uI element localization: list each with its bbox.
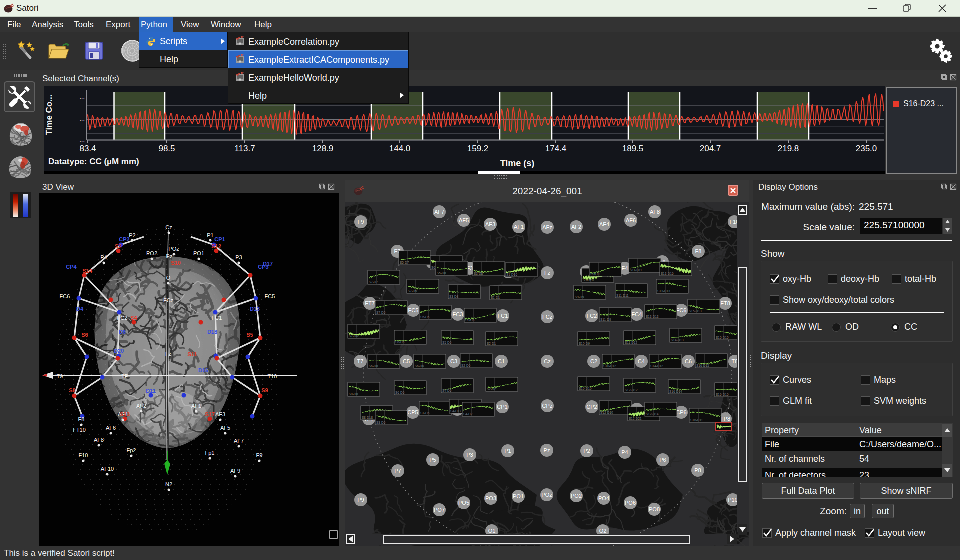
svg-text:235.0: 235.0 (856, 144, 878, 154)
svg-text:PO1: PO1 (513, 494, 524, 500)
svg-text:CP5: CP5 (408, 410, 418, 416)
svg-text:S6-D5: S6-D5 (396, 340, 405, 344)
svg-text:P8: P8 (694, 468, 701, 474)
svg-text:CP2: CP2 (119, 236, 130, 242)
svg-text:F8: F8 (696, 248, 702, 254)
svg-text:128.9: 128.9 (312, 144, 334, 154)
svg-text:S5-D7: S5-D7 (400, 261, 410, 264)
svg-text:FC6: FC6 (60, 294, 70, 300)
svg-text:S2-D6: S2-D6 (462, 364, 471, 368)
svg-text:98.5: 98.5 (158, 144, 175, 154)
svg-text:D6: D6 (119, 329, 126, 335)
svg-text:S13: S13 (120, 412, 130, 418)
svg-text:P2: P2 (129, 232, 136, 238)
svg-text:159.2: 159.2 (468, 144, 489, 154)
svg-text:AF1: AF1 (192, 403, 202, 409)
svg-text:PO5: PO5 (458, 500, 470, 506)
svg-text:T9: T9 (57, 374, 64, 380)
svg-text:AF7: AF7 (234, 438, 244, 444)
svg-text:CP6: CP6 (676, 410, 686, 416)
svg-text:S12-D10: S12-D10 (600, 411, 614, 414)
svg-text:S2: S2 (115, 244, 122, 250)
svg-text:Fp2: Fp2 (127, 448, 136, 454)
svg-text:D20: D20 (114, 348, 124, 354)
svg-text:S5-D5: S5-D5 (420, 316, 430, 319)
svg-text:FC5: FC5 (265, 294, 276, 300)
svg-text:FC3: FC3 (453, 312, 464, 318)
svg-text:FC5: FC5 (408, 308, 419, 314)
svg-text:D18: D18 (208, 329, 218, 335)
svg-text:PO6: PO6 (625, 500, 636, 506)
svg-text:C5: C5 (403, 358, 410, 364)
svg-text:219.8: 219.8 (778, 144, 800, 154)
svg-text:Cz: Cz (166, 224, 172, 230)
svg-text:F10: F10 (79, 452, 88, 458)
svg-text:FC6: FC6 (676, 308, 687, 314)
svg-text:CP2: CP2 (586, 404, 597, 410)
svg-text:Pz: Pz (544, 448, 550, 454)
svg-text:FT7: FT7 (365, 300, 375, 306)
svg-text:C4: C4 (638, 358, 645, 364)
svg-text:FT8: FT8 (720, 300, 730, 306)
svg-text:PO3: PO3 (486, 496, 496, 502)
svg-text:...: ... (80, 93, 85, 100)
svg-text:204.7: 204.7 (700, 144, 722, 154)
svg-text:S6-D6: S6-D6 (396, 391, 405, 394)
svg-text:AF4: AF4 (600, 222, 610, 228)
svg-text:AF3: AF3 (216, 412, 226, 418)
svg-text:S12-D21: S12-D21 (629, 417, 642, 420)
svg-text:S12-D12: S12-D12 (625, 388, 638, 392)
svg-text:AF1: AF1 (514, 224, 524, 230)
svg-text:PO2: PO2 (146, 250, 158, 256)
svg-text:AF8: AF8 (650, 209, 660, 215)
svg-text:S8: S8 (69, 388, 76, 394)
svg-text:S10-D10: S10-D10 (579, 387, 592, 390)
svg-text:S8-D18: S8-D18 (362, 416, 373, 420)
svg-text:AF10: AF10 (101, 466, 114, 472)
svg-text:T10: T10 (268, 374, 278, 380)
svg-text:D13: D13 (250, 306, 260, 312)
svg-text:144.0: 144.0 (390, 144, 411, 154)
svg-text:O1: O1 (488, 528, 496, 534)
svg-text:C6: C6 (685, 358, 692, 364)
svg-text:T7: T7 (358, 358, 364, 364)
svg-text:S6: S6 (82, 332, 88, 338)
svg-text:S6-D6: S6-D6 (415, 364, 424, 368)
svg-text:AF6: AF6 (106, 425, 116, 431)
svg-text:S10-D12: S10-D12 (604, 364, 616, 368)
svg-text:S2-D2: S2-D2 (487, 388, 496, 391)
svg-text:FC2: FC2 (118, 315, 128, 321)
svg-text:AF8: AF8 (94, 437, 104, 443)
svg-text:S10: S10 (171, 260, 181, 266)
svg-text:POz: POz (542, 492, 552, 498)
svg-text:S2-D1: S2-D1 (487, 342, 496, 346)
svg-text:P1: P1 (504, 448, 511, 454)
svg-text:S3-D6: S3-D6 (466, 318, 475, 322)
svg-text:S1-D1: S1-D1 (491, 296, 500, 300)
svg-text:S9-D20: S9-D20 (583, 278, 594, 282)
svg-text:Time Co...: Time Co... (44, 95, 54, 136)
svg-text:P4: P4 (622, 450, 628, 456)
svg-text:P1: P1 (207, 232, 214, 238)
svg-text:CP1: CP1 (497, 404, 508, 410)
svg-text:PO8: PO8 (649, 506, 660, 512)
svg-text:S15-D13: S15-D13 (689, 310, 702, 313)
svg-text:174.4: 174.4 (546, 144, 567, 154)
svg-text:P2: P2 (584, 448, 590, 454)
svg-text:FCz: FCz (542, 314, 552, 320)
svg-text:CP1: CP1 (214, 236, 225, 242)
svg-text:S16-D11: S16-D11 (690, 418, 704, 422)
svg-text:S5: S5 (246, 332, 253, 338)
svg-text:113.7: 113.7 (234, 144, 255, 154)
svg-text:F9: F9 (256, 452, 263, 458)
svg-text:C1: C1 (498, 358, 505, 364)
svg-text:TP8: TP8 (720, 416, 730, 422)
svg-text:O: O (166, 275, 171, 281)
svg-text:S11-D12: S11-D12 (625, 341, 638, 344)
svg-text:S12: S12 (212, 244, 222, 250)
svg-text:FCz: FCz (164, 298, 174, 304)
svg-text:S7-D7: S7-D7 (369, 280, 378, 284)
svg-text:C2: C2 (590, 358, 598, 364)
svg-text:Fz: Fz (166, 351, 172, 357)
svg-text:P7: P7 (394, 468, 401, 474)
